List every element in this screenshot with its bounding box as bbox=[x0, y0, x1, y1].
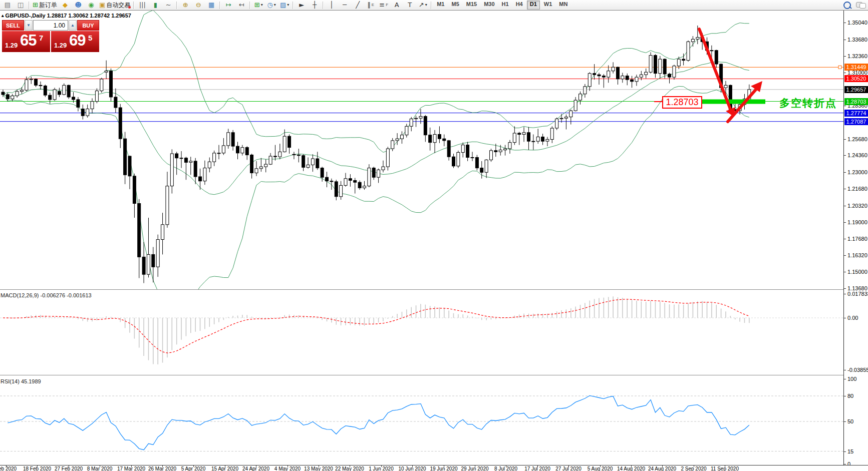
trendline-icon[interactable]: ╱ bbox=[351, 0, 364, 10]
periods-button-dropdown-caret[interactable]: ▾ bbox=[274, 1, 276, 10]
toolbar-separator bbox=[219, 2, 220, 9]
vertical-line-icon: │ bbox=[330, 1, 334, 10]
price-tick-label: 1.23000 bbox=[847, 169, 867, 175]
arrows-icon-dropdown-caret[interactable]: ▾ bbox=[425, 1, 427, 10]
date-label: 10 Jun 2020 bbox=[398, 466, 426, 471]
date-label: 5 Aug 2020 bbox=[588, 466, 613, 471]
timeframe-m5[interactable]: M5 bbox=[448, 1, 462, 10]
candlestick-chart-icon[interactable]: ▮ bbox=[149, 0, 162, 10]
sell-price-tile[interactable]: 1.29 65 7 bbox=[2, 31, 50, 52]
price-badge-127774: 1.27774 bbox=[844, 110, 868, 117]
date-label: 22 May 2020 bbox=[335, 466, 364, 471]
collapse-arrow-icon[interactable]: ▴ bbox=[2, 13, 4, 18]
rsi-tick-mark bbox=[844, 396, 846, 396]
volume-decrease-button[interactable]: ▼ bbox=[25, 20, 33, 31]
profiles-icon[interactable]: ◫ bbox=[14, 0, 27, 10]
periods-button[interactable]: ◷▾ bbox=[265, 0, 278, 10]
templates-button-dropdown-caret[interactable]: ▾ bbox=[287, 1, 289, 10]
indicators-button-dropdown-caret[interactable]: ▾ bbox=[261, 1, 263, 10]
date-label: 14 Aug 2020 bbox=[617, 466, 645, 471]
price-tick-mark bbox=[844, 189, 846, 189]
main-price-chart[interactable] bbox=[0, 11, 843, 289]
chart-shift-icon[interactable]: ↤ bbox=[235, 0, 248, 10]
search-icon[interactable] bbox=[843, 2, 851, 9]
rsi-line bbox=[8, 395, 749, 449]
auto-scroll-icon[interactable]: ↦ bbox=[222, 0, 235, 10]
date-label: 15 Apr 2020 bbox=[211, 466, 238, 471]
new-chart-icon[interactable]: ▤ bbox=[1, 0, 14, 10]
buy-price-tile[interactable]: 1.29 69 5 bbox=[51, 31, 99, 52]
tile-windows-icon: ▦ bbox=[208, 1, 214, 10]
annotation-price-label[interactable]: 1.28703 bbox=[662, 96, 702, 109]
auto-scroll-icon: ↦ bbox=[226, 1, 231, 10]
date-label: 18 Feb 2020 bbox=[23, 466, 51, 471]
zoom-out-icon[interactable]: ⊖ bbox=[192, 0, 205, 10]
price-tick-mark bbox=[844, 23, 846, 23]
timeframe-w1[interactable]: W1 bbox=[541, 1, 555, 10]
one-click-trading-panel: SELL ▼ ▲ BUY 1.29 65 7 1.29 69 5 bbox=[2, 20, 99, 52]
timeframe-m15[interactable]: M15 bbox=[463, 1, 480, 10]
text-label-icon[interactable]: T bbox=[403, 0, 416, 10]
pivot-highlight-bar[interactable] bbox=[702, 100, 765, 104]
new-order-button[interactable]: ⊞新订单 bbox=[31, 0, 59, 10]
timeframe-mn[interactable]: MN bbox=[556, 1, 570, 10]
signals-icon[interactable]: ◉ bbox=[85, 0, 98, 10]
metaeditor-icon[interactable]: ☻ bbox=[72, 0, 85, 10]
cursor-icon[interactable]: ► bbox=[295, 0, 308, 10]
rsi-tick-mark bbox=[844, 421, 846, 422]
chat-icon[interactable] bbox=[856, 2, 865, 9]
date-label: 1 Jun 2020 bbox=[369, 466, 394, 471]
bar-chart-icon[interactable]: ||| bbox=[136, 0, 149, 10]
tile-windows-icon[interactable]: ▦ bbox=[205, 0, 218, 10]
timeframe-m1[interactable]: M1 bbox=[434, 1, 447, 10]
chat-bubble-front bbox=[859, 3, 866, 9]
sell-button[interactable]: SELL bbox=[2, 20, 24, 31]
volume-input[interactable] bbox=[33, 20, 68, 31]
arrows-icon[interactable]: ↗▾ bbox=[416, 0, 429, 10]
timeframe-m30[interactable]: M30 bbox=[481, 1, 497, 10]
timeframe-d1[interactable]: D1 bbox=[527, 1, 540, 10]
horizontal-line-icon[interactable]: ─ bbox=[338, 0, 351, 10]
macd-label: MACD(12,26,9) -0.006276 -0.001613 bbox=[1, 292, 92, 298]
timeframe-h1[interactable]: H1 bbox=[499, 1, 512, 10]
date-label: 5 Apr 2020 bbox=[181, 466, 205, 471]
rsi-tick-mark bbox=[844, 464, 846, 464]
expert-advisors-icon[interactable]: ◆ bbox=[59, 0, 72, 10]
price-tick-mark bbox=[844, 255, 846, 256]
volume-increase-button[interactable]: ▲ bbox=[69, 20, 77, 31]
rsi-tick-label: 100 bbox=[847, 376, 856, 382]
buy-button[interactable]: BUY bbox=[77, 20, 99, 31]
chart-title: ▴ GBPUSD-,Daily 1.28817 1.30062 1.28742 … bbox=[2, 13, 131, 19]
buy-price-pip: 5 bbox=[88, 34, 92, 42]
fibonacci-icon-sub: F bbox=[386, 1, 388, 10]
toolbar-separator bbox=[293, 2, 294, 9]
date-label: 17 Jul 2020 bbox=[524, 466, 550, 471]
resistance-line-1-handle[interactable] bbox=[838, 66, 841, 69]
autotrading-button[interactable]: ▣自动交易 bbox=[98, 0, 132, 10]
bollinger-lower-band bbox=[3, 86, 749, 289]
annotation-note-text[interactable]: 多空转折点 bbox=[779, 96, 837, 110]
indicators-button[interactable]: ⊞▾ bbox=[252, 0, 265, 10]
down-arrow-line[interactable] bbox=[699, 29, 731, 110]
crosshair-icon[interactable]: ┼ bbox=[308, 0, 321, 10]
new-order-button-label: 新订单 bbox=[39, 1, 57, 10]
equidistant-channel-icon[interactable]: ∥E bbox=[364, 0, 377, 10]
fibonacci-icon[interactable]: ≡F bbox=[377, 0, 390, 10]
text-icon[interactable]: A bbox=[390, 0, 403, 10]
vertical-line-icon[interactable]: │ bbox=[325, 0, 338, 10]
candles bbox=[2, 26, 751, 283]
buy-price-big: 69 bbox=[69, 32, 85, 50]
timeframe-h4[interactable]: H4 bbox=[513, 1, 526, 10]
macd-indicator-pane[interactable] bbox=[0, 291, 843, 375]
rsi-indicator-pane[interactable] bbox=[0, 377, 843, 465]
price-tick-mark bbox=[844, 239, 846, 239]
macd-tick-mark bbox=[844, 370, 846, 370]
templates-button[interactable]: ▨▾ bbox=[278, 0, 291, 10]
periods-button: ◷ bbox=[267, 1, 273, 10]
autotrading-button-label: 自动交易 bbox=[106, 1, 130, 10]
line-chart-icon[interactable]: ~ bbox=[162, 0, 175, 10]
signals-icon: ◉ bbox=[88, 1, 94, 10]
price-badge-131449: 1.31449 bbox=[844, 64, 868, 71]
zoom-in-icon[interactable]: ⊕ bbox=[179, 0, 192, 10]
price-tick-mark bbox=[844, 222, 846, 223]
